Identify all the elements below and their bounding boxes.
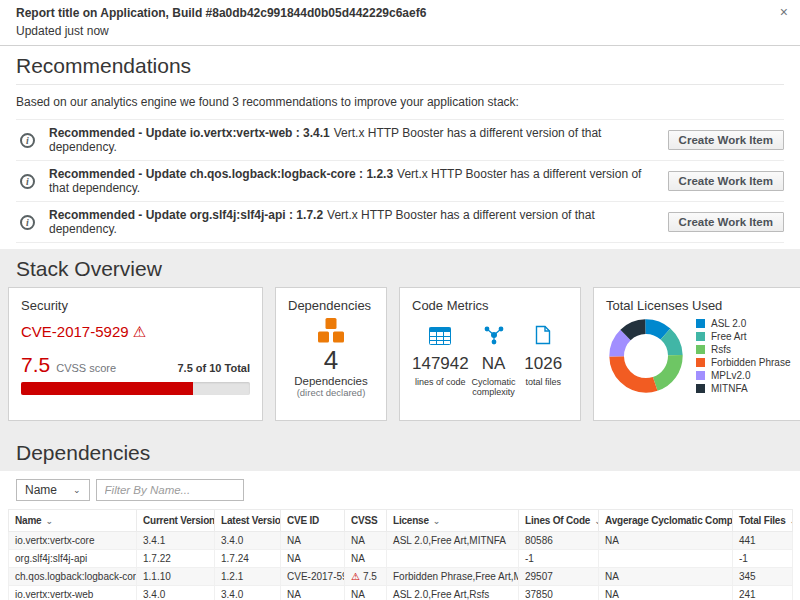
column-header-total-files[interactable]: Total Files⌄ <box>733 510 793 532</box>
cve-line: CVE-2017-5929 ⚠ <box>21 323 250 341</box>
license-legend-label: MITNFA <box>711 383 748 394</box>
sort-caret-icon: ⌄ <box>790 516 793 526</box>
cell-cve-id: NA <box>281 532 345 550</box>
table-icon <box>412 323 469 345</box>
license-legend-swatch <box>696 345 705 354</box>
dependencies-table-section: Name ⌄ Name⌄ Current Version⌄ Latest Ver… <box>0 471 800 600</box>
dependencies-card-title: Dependencies <box>288 298 374 313</box>
stack-overview-section: Stack Overview Security CVE-2017-5929 ⚠ … <box>0 249 800 433</box>
cvss-progress-fill <box>21 382 193 395</box>
metric-value: 147942 <box>412 354 469 374</box>
table-row: org.slf4j:slf4j-api 1.7.22 1.7.24 NA NA … <box>9 550 793 568</box>
recommendations-section: Recommendations Based on our analytics e… <box>0 46 800 249</box>
report-updated: Updated just now <box>16 24 784 38</box>
cell-complexity <box>599 550 733 568</box>
cell-license: ASL 2.0,Free Art,MITNFA <box>387 532 519 550</box>
cell-cvss: NA <box>345 550 387 568</box>
recommendation-row: i Recommended - Update org.slf4j:slf4j-a… <box>16 201 784 243</box>
recommendation-text: Recommended - Update ch.qos.logback:logb… <box>49 167 668 195</box>
cell-cve-id: NA <box>281 550 345 568</box>
create-work-item-button[interactable]: Create Work Item <box>668 130 784 150</box>
license-legend-item: Free Art <box>696 331 791 342</box>
column-header-cve-id: CVE ID <box>281 510 345 532</box>
create-work-item-button[interactable]: Create Work Item <box>668 212 784 232</box>
cvss-score: 7.5 <box>21 353 50 377</box>
cell-cvss: ⚠7.5 <box>345 568 387 586</box>
column-header-name[interactable]: Name⌄ <box>9 510 137 532</box>
table-row: io.vertx:vertx-core 3.4.1 3.4.0 NA NA AS… <box>9 532 793 550</box>
stack-overview-title: Stack Overview <box>8 249 792 287</box>
cell-current-version: 1.1.10 <box>137 568 215 586</box>
recommendation-highlight: Recommended - Update org.slf4j:slf4j-api… <box>49 208 323 222</box>
code-metrics-card: Code Metrics <box>399 287 581 421</box>
license-legend-swatch <box>696 384 705 393</box>
create-work-item-button[interactable]: Create Work Item <box>668 171 784 191</box>
file-icon <box>518 323 568 345</box>
metric-lines-of-code: 147942 lines of code <box>412 323 469 397</box>
cell-license: ASL 2.0,Free Art,Rsfs <box>387 586 519 600</box>
filter-toolbar: Name ⌄ <box>16 479 792 501</box>
code-metrics-card-title: Code Metrics <box>412 298 568 313</box>
filter-field-select[interactable]: Name ⌄ <box>16 479 90 501</box>
license-legend-item: Forbidden Phrase <box>696 357 791 368</box>
cell-latest-version: 1.7.24 <box>215 550 281 568</box>
column-header-lines-of-code[interactable]: Lines Of Code⌄ <box>519 510 599 532</box>
column-header-latest-version: Latest Version <box>215 510 281 532</box>
code-metrics-columns: 147942 lines of code <box>412 323 568 397</box>
dependencies-heading-section: Dependencies <box>0 433 800 471</box>
cell-current-version: 3.4.0 <box>137 586 215 600</box>
license-legend-label: Rsfs <box>711 344 731 355</box>
warning-icon: ⚠ <box>351 571 360 582</box>
packages-icon <box>288 318 374 347</box>
license-legend-swatch <box>696 371 705 380</box>
cell-complexity: NA <box>599 568 733 586</box>
cell-cve-id: CVE-2017-5929 <box>281 568 345 586</box>
cell-total-files: -1 <box>733 550 793 568</box>
report-title: Report title on Application, Build #8a0d… <box>16 6 784 20</box>
recommendation-row: i Recommended - Update ch.qos.logback:lo… <box>16 160 784 201</box>
recommendations-title: Recommendations <box>16 46 784 85</box>
column-header-license[interactable]: License⌄ <box>387 510 519 532</box>
dependencies-table: Name⌄ Current Version⌄ Latest Version CV… <box>8 509 793 600</box>
cell-lines-of-code: 37850 <box>519 586 599 600</box>
chevron-down-icon: ⌄ <box>73 485 81 495</box>
recommendation-highlight: Recommended - Update ch.qos.logback:logb… <box>49 167 393 181</box>
metric-total-files: 1026 total files <box>518 323 568 397</box>
license-legend-item: Rsfs <box>696 344 791 355</box>
licenses-card: Total Licenses Used ASL 2.0 Free Art Rsf… <box>593 287 800 421</box>
security-card-title: Security <box>21 298 250 313</box>
licenses-body: ASL 2.0 Free Art Rsfs Forbidden Phrase M… <box>606 316 791 396</box>
metric-label: total files <box>518 377 568 387</box>
cell-cvss: NA <box>345 586 387 600</box>
close-icon[interactable]: × <box>780 5 788 19</box>
cell-total-files: 241 <box>733 586 793 600</box>
info-icon: i <box>20 133 35 148</box>
cell-cve-id: NA <box>281 586 345 600</box>
cell-latest-version: 3.4.0 <box>215 586 281 600</box>
metric-cyclomatic-complexity: NA Cyclomatic complexity <box>469 323 519 397</box>
cell-license <box>387 550 519 568</box>
recommendation-text: Recommended - Update org.slf4j:slf4j-api… <box>49 208 668 236</box>
filter-input[interactable] <box>96 479 244 501</box>
security-card: Security CVE-2017-5929 ⚠ 7.5 CVSS score … <box>8 287 263 421</box>
dependencies-label: Dependencies <box>288 375 374 387</box>
stack-overview-cards: Security CVE-2017-5929 ⚠ 7.5 CVSS score … <box>8 287 792 433</box>
cell-total-files: 345 <box>733 568 793 586</box>
metric-value: NA <box>469 354 519 374</box>
filter-field-label: Name <box>25 483 57 497</box>
column-header-current-version[interactable]: Current Version⌄ <box>137 510 215 532</box>
license-legend-item: MPLv2.0 <box>696 370 791 381</box>
cell-name: org.slf4j:slf4j-api <box>9 550 137 568</box>
license-legend-swatch <box>696 358 705 367</box>
cell-cvss: NA <box>345 532 387 550</box>
license-legend-item: ASL 2.0 <box>696 318 791 329</box>
license-legend-swatch <box>696 332 705 341</box>
table-header-row: Name⌄ Current Version⌄ Latest Version CV… <box>9 510 793 532</box>
license-legend: ASL 2.0 Free Art Rsfs Forbidden Phrase M… <box>696 316 791 396</box>
license-legend-label: MPLv2.0 <box>711 370 750 381</box>
metric-label: Cyclomatic complexity <box>469 377 519 397</box>
column-header-cvss: CVSS <box>345 510 387 532</box>
info-icon: i <box>20 174 35 189</box>
table-row: io.vertx:vertx-web 3.4.0 3.4.0 NA NA ASL… <box>9 586 793 600</box>
cvss-progress-bar <box>21 382 250 395</box>
